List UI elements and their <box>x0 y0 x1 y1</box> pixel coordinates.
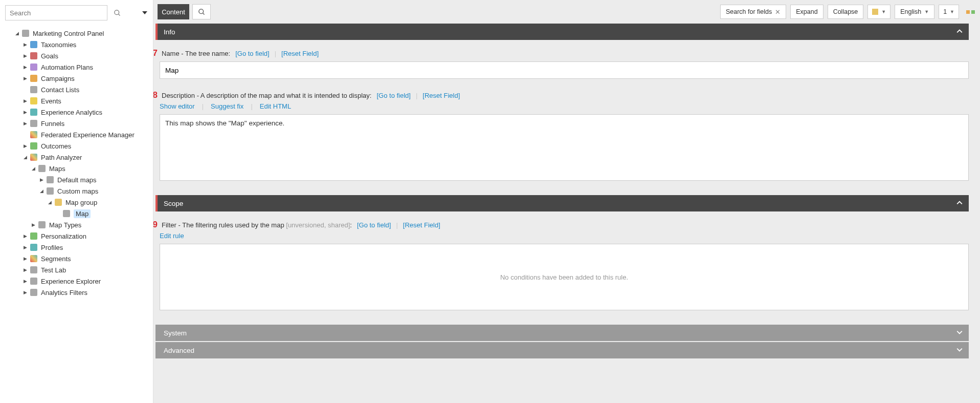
tree-item[interactable]: ▶Automation Plans <box>4 61 149 73</box>
tree-node-icon <box>30 97 38 105</box>
tree-node-label: Federated Experience Manager <box>41 131 135 139</box>
name-input[interactable] <box>160 61 969 79</box>
tree-item[interactable]: Federated Experience Manager <box>4 129 149 140</box>
show-editor-link[interactable]: Show editor <box>160 102 195 110</box>
tree-node-icon <box>30 266 38 274</box>
reset-field-link[interactable]: [Reset Field] <box>281 50 319 57</box>
expander-closed-icon[interactable]: ▶ <box>21 245 29 250</box>
tree-node-label: Goals <box>41 52 58 60</box>
filter-rule-box[interactable]: No conditions have been added to this ru… <box>160 244 969 310</box>
tree-item[interactable]: ▶Experience Analytics <box>4 107 149 118</box>
expander-open-icon[interactable]: ◢ <box>21 155 29 160</box>
tree-node-label: Maps <box>49 165 65 173</box>
tree-item[interactable]: Map <box>4 208 149 219</box>
tree-node-label: Personalization <box>41 232 86 240</box>
tree-node-icon <box>30 40 38 49</box>
expander-closed-icon[interactable]: ▶ <box>21 279 29 284</box>
tree-node-icon <box>30 119 38 128</box>
edit-rule-link[interactable]: Edit rule <box>160 232 184 240</box>
expander-closed-icon[interactable]: ▶ <box>21 290 29 295</box>
edit-html-link[interactable]: Edit HTML <box>260 102 291 110</box>
tree-node-icon <box>30 277 38 285</box>
tree-item[interactable]: ▶Funnels <box>4 118 149 129</box>
tree-node-icon <box>38 164 46 173</box>
search-dropdown-caret[interactable] <box>142 9 147 17</box>
tree-node-label: Analytics Filters <box>41 289 87 296</box>
tree-item[interactable]: ▶Experience Explorer <box>4 275 149 287</box>
filter-field-label: Filter - The filtering rules used by the… <box>162 221 352 229</box>
collapse-button[interactable]: Collapse <box>828 5 864 19</box>
search-for-fields-label: Search for fields <box>726 8 772 15</box>
expander-closed-icon[interactable]: ▶ <box>21 143 29 149</box>
field-marker-9: 9 <box>153 220 158 230</box>
language-dropdown[interactable]: English ▼ <box>895 5 934 19</box>
go-to-field-link[interactable]: [Go to field] <box>376 92 410 99</box>
tree-item[interactable]: ▶Taxonomies <box>4 39 149 50</box>
tree-item[interactable]: ▶Goals <box>4 50 149 61</box>
expander-closed-icon[interactable]: ▶ <box>21 98 29 103</box>
version-dropdown[interactable]: 1 ▼ <box>939 5 959 19</box>
expander-closed-icon[interactable]: ▶ <box>38 177 45 182</box>
tree-item[interactable]: ▶Events <box>4 95 149 107</box>
status-indicators <box>966 10 975 14</box>
expander-open-icon[interactable]: ◢ <box>30 166 37 171</box>
tree-item[interactable]: ◢Custom maps <box>4 185 149 197</box>
expander-closed-icon[interactable]: ▶ <box>21 42 29 47</box>
section-header-info[interactable]: Info <box>155 24 969 40</box>
suggest-fix-link[interactable]: Suggest fix <box>211 102 243 110</box>
tree-item[interactable]: ▶Personalization <box>4 230 149 242</box>
tree-search-input[interactable] <box>5 5 107 20</box>
go-to-field-link[interactable]: [Go to field] <box>357 221 391 229</box>
tree-item[interactable]: ▶Map Types <box>4 219 149 230</box>
chevron-down-icon: ▼ <box>924 9 929 14</box>
tree-item[interactable]: ▶Analytics Filters <box>4 287 149 298</box>
views-dropdown[interactable]: ▼ <box>867 5 890 19</box>
section-header-scope[interactable]: Scope <box>155 195 969 211</box>
tree-node-label: Campaigns <box>41 75 75 82</box>
expand-button[interactable]: Expand <box>790 5 823 19</box>
expander-closed-icon[interactable]: ▶ <box>21 121 29 126</box>
expander-open-icon[interactable]: ◢ <box>46 200 53 205</box>
tree-item[interactable]: ▶Test Lab <box>4 264 149 275</box>
tree-item[interactable]: ▶Outcomes <box>4 140 149 152</box>
tree-node-label: Test Lab <box>41 266 66 274</box>
reset-field-link[interactable]: [Reset Field] <box>403 221 440 229</box>
svg-point-3 <box>198 9 203 13</box>
tree-item[interactable]: ▶Default maps <box>4 174 149 185</box>
expander-open-icon[interactable]: ◢ <box>13 31 20 36</box>
section-header-advanced[interactable]: Advanced <box>155 342 969 358</box>
section-title: Advanced <box>164 347 194 354</box>
expander-closed-icon[interactable]: ▶ <box>21 234 29 239</box>
tree-node-icon <box>30 142 38 150</box>
tree-item[interactable]: ◢Path Analyzer <box>4 152 149 163</box>
tree-item[interactable]: ▶Segments <box>4 253 149 264</box>
reset-field-link[interactable]: [Reset Field] <box>422 92 460 99</box>
expander-closed-icon[interactable]: ▶ <box>21 110 29 115</box>
chevron-up-icon <box>956 28 963 36</box>
description-editor[interactable]: This map shows the "Map" experience. <box>160 114 969 181</box>
search-for-fields[interactable]: Search for fields ✕ <box>720 5 786 19</box>
tree-item[interactable]: ◢Maps <box>4 163 149 174</box>
tree-item[interactable]: ◢Marketing Control Panel <box>4 28 149 39</box>
expander-open-icon[interactable]: ◢ <box>38 188 45 194</box>
expander-closed-icon[interactable]: ▶ <box>21 267 29 272</box>
tree-item[interactable]: ▶Campaigns <box>4 73 149 84</box>
search-icon[interactable] <box>112 7 123 18</box>
language-label: English <box>900 8 921 15</box>
expander-closed-icon[interactable]: ▶ <box>21 65 29 70</box>
expander-closed-icon[interactable]: ▶ <box>30 222 37 227</box>
sidebar: ◢Marketing Control Panel▶Taxonomies▶Goal… <box>0 0 153 403</box>
tree-node-label: Default maps <box>57 176 97 184</box>
section-header-system[interactable]: System <box>155 325 969 341</box>
tree-item[interactable]: ◢Map group <box>4 197 149 208</box>
tab-content[interactable]: Content <box>158 4 189 19</box>
expander-closed-icon[interactable]: ▶ <box>21 256 29 261</box>
tree-item[interactable]: Contact Lists <box>4 84 149 95</box>
tree-node-icon <box>30 254 38 263</box>
close-icon[interactable]: ✕ <box>775 8 781 16</box>
go-to-field-link[interactable]: [Go to field] <box>235 50 269 57</box>
expander-closed-icon[interactable]: ▶ <box>21 53 29 58</box>
tab-search-button[interactable] <box>192 4 211 19</box>
tree-item[interactable]: ▶Profiles <box>4 242 149 253</box>
expander-closed-icon[interactable]: ▶ <box>21 76 29 81</box>
